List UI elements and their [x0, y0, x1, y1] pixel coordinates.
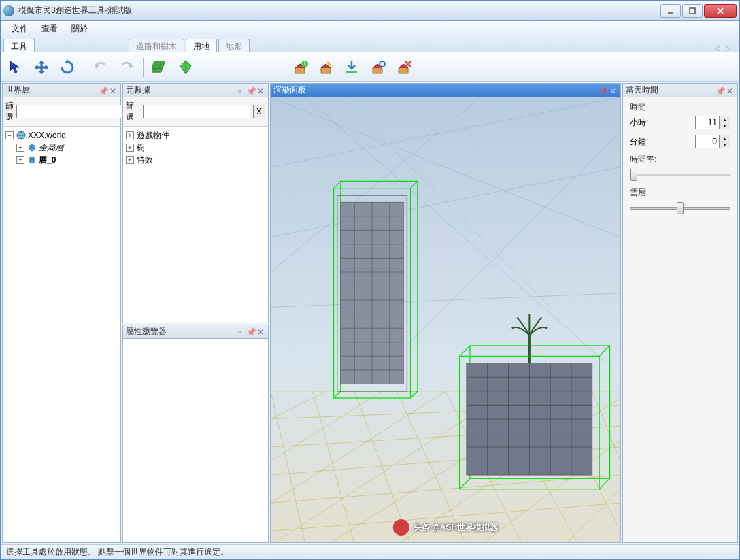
menubar: 文件 查看 關於 — [1, 21, 739, 37]
hours-spinner[interactable]: ▲▼ — [720, 116, 730, 129]
cloud-label: 雲層: — [624, 184, 736, 199]
svg-rect-1 — [690, 8, 695, 14]
menu-file[interactable]: 文件 — [5, 21, 35, 37]
metadata-filter-input[interactable] — [143, 105, 250, 118]
tree-root[interactable]: − XXX.world — [5, 129, 118, 142]
titlebar: 模擬市民3創造世界工具-測試版 — [1, 1, 739, 21]
globe-icon — [16, 131, 26, 140]
tab-terrain[interactable]: 地形 — [218, 39, 250, 52]
import-lot-icon[interactable] — [339, 55, 364, 80]
pin-icon[interactable]: 📌 — [716, 86, 724, 95]
add-lot-icon[interactable]: + — [288, 55, 312, 80]
svg-line-49 — [460, 346, 470, 356]
tab-scroll-left-icon[interactable]: ◁ — [715, 44, 723, 52]
close-button[interactable] — [704, 4, 737, 18]
svg-line-17 — [271, 97, 620, 167]
minutes-input[interactable] — [695, 135, 720, 148]
minutes-label: 分鐘: — [630, 136, 648, 148]
close-icon[interactable]: ✕ — [257, 86, 265, 95]
time-title: 當天時間 — [626, 84, 716, 96]
sims-diamond-icon[interactable] — [173, 55, 198, 80]
world-layers-title: 世界層 — [5, 84, 99, 96]
tree-layer-0[interactable]: + 層_0 — [16, 154, 118, 166]
tab-scroll-right-icon[interactable]: ▷ — [726, 44, 734, 52]
svg-rect-11 — [346, 71, 357, 73]
svg-rect-4 — [152, 61, 165, 72]
move-tool-icon[interactable] — [29, 55, 54, 80]
close-icon[interactable]: ✕ — [609, 86, 618, 95]
tree-global-label: 全局層 — [39, 142, 63, 154]
filter-label: 篩選 — [126, 100, 140, 123]
svg-line-29 — [411, 391, 418, 398]
svg-line-16 — [271, 97, 620, 237]
svg-point-12 — [380, 61, 385, 67]
world-layers-panel: 世界層 📌 ✕ 篩選 X − XXX.world + 全局層 — [2, 83, 121, 543]
window-title: 模擬市民3創造世界工具-測試版 — [18, 5, 660, 16]
status-text: 選擇工具處於啟用狀態。 點擊一個世界物件可對其進行選定。 — [6, 546, 229, 558]
pin-icon[interactable]: 📌 — [246, 327, 254, 335]
svg-line-21 — [411, 132, 620, 342]
toolbar: + — [1, 52, 739, 81]
app-icon — [3, 5, 14, 16]
svg-line-28 — [334, 391, 341, 398]
lot-settings-icon[interactable] — [365, 55, 390, 80]
tab-lots[interactable]: 用地 — [186, 39, 217, 52]
layer-icon — [27, 143, 37, 152]
svg-line-52 — [599, 478, 609, 489]
pin-icon[interactable]: 📌 — [599, 86, 607, 95]
hours-input[interactable] — [695, 116, 720, 129]
cloud-slider[interactable] — [630, 207, 730, 210]
minutes-spinner[interactable]: ▲▼ — [720, 135, 730, 148]
menu-about[interactable]: 關於 — [65, 21, 95, 37]
time-label: 時間 — [624, 99, 736, 113]
close-icon[interactable]: ✕ — [110, 86, 118, 95]
tree-effects[interactable]: + 特效 — [126, 154, 265, 166]
hours-label: 小時: — [630, 117, 648, 129]
close-icon[interactable]: ✕ — [257, 327, 265, 335]
redo-tool-icon — [114, 55, 139, 80]
tree-root-label: XXX.world — [28, 131, 66, 140]
time-rate-slider[interactable] — [630, 174, 730, 176]
game-objects-label: 遊戲物件 — [137, 130, 169, 142]
clear-filter-button[interactable]: X — [253, 105, 265, 118]
svg-line-22 — [271, 293, 620, 308]
pin-icon[interactable]: 📌 — [99, 86, 107, 95]
svg-text:+: + — [302, 59, 307, 68]
undo-tool-icon — [88, 55, 113, 80]
pin-icon[interactable]: ▫ — [238, 327, 246, 335]
pin-icon[interactable]: ▫ — [238, 86, 246, 95]
filter-label: 篩選 — [5, 100, 14, 123]
render-viewport[interactable]: 头条 @ASH世界模拟器 — [271, 97, 620, 542]
property-browser-title: 屬性瀏覽器 — [126, 326, 238, 337]
pin-icon[interactable]: 📌 — [246, 86, 254, 95]
svg-line-27 — [411, 181, 418, 188]
maximize-button[interactable] — [682, 4, 703, 18]
select-tool-icon[interactable] — [3, 55, 28, 80]
tab-tools[interactable]: 工具 — [3, 39, 35, 52]
statusbar: 選擇工具處於啟用狀態。 點擊一個世界物件可對其進行選定。 — [1, 544, 739, 559]
tree-game-objects[interactable]: + 遊戲物件 — [126, 129, 265, 142]
tree-global-layer[interactable]: + 全局層 — [16, 142, 118, 154]
time-rate-label: 時間率: — [624, 151, 736, 165]
metadata-title: 元數據 — [126, 84, 238, 96]
world-filter-input[interactable] — [16, 105, 124, 118]
delete-lot-icon[interactable] — [391, 55, 416, 80]
svg-line-26 — [334, 181, 341, 188]
layer-icon — [27, 155, 37, 165]
tree-layer0-label: 層_0 — [39, 154, 56, 166]
time-panel: 當天時間 📌 ✕ 時間 小時: ▲▼ 分鐘: ▲▼ — [622, 83, 738, 543]
edit-lot-icon[interactable] — [314, 55, 338, 80]
trees-label: 樹 — [137, 142, 145, 154]
svg-line-50 — [599, 346, 609, 356]
rotate-tool-icon[interactable] — [55, 55, 80, 80]
grid-tool-icon[interactable] — [148, 55, 172, 80]
render-panel: 渲染面板 📌 ✕ — [270, 83, 621, 543]
tab-row: 工具 道路和樹木 用地 地形 ◁ ▷ — [1, 37, 739, 52]
menu-view[interactable]: 查看 — [35, 21, 65, 37]
tree-trees[interactable]: + 樹 — [126, 142, 265, 154]
render-title: 渲染面板 — [273, 84, 599, 96]
close-icon[interactable]: ✕ — [726, 86, 735, 95]
tab-roads[interactable]: 道路和樹木 — [129, 39, 184, 52]
metadata-panel: 元數據 ▫ 📌 ✕ 篩選 X + 遊戲物件 + — [122, 83, 269, 323]
minimize-button[interactable] — [660, 4, 681, 18]
